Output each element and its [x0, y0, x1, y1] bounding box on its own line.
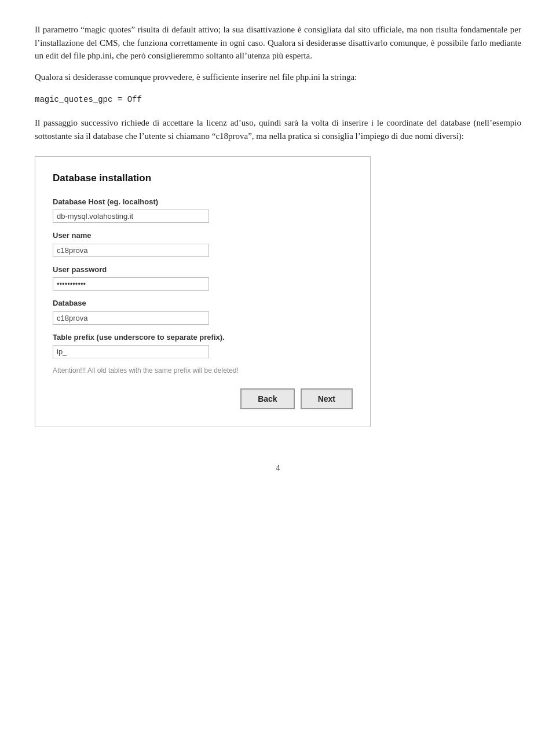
paragraph-2: Qualora si desiderasse comunque provvede… [35, 71, 521, 84]
form-fields: Database Host (eg. localhost)User nameUs… [53, 196, 353, 359]
form-group-db-name-input: Database [53, 298, 353, 325]
label-db-name-input: Database [53, 298, 353, 309]
paragraph-1: Il parametro “magic quotes” risulta di d… [35, 23, 521, 63]
db-username-input[interactable] [53, 244, 209, 257]
page-number: 4 [276, 464, 280, 472]
db-install-title: Database installation [53, 171, 353, 186]
db-name-input[interactable] [53, 311, 209, 325]
label-db-password-input: User password [53, 264, 353, 276]
label-db-username-input: User name [53, 230, 353, 241]
button-row: Back Next [53, 388, 353, 409]
form-group-db-host-input: Database Host (eg. localhost) [53, 196, 353, 223]
db-prefix-input[interactable] [53, 345, 209, 358]
next-button[interactable]: Next [301, 388, 353, 409]
form-group-db-username-input: User name [53, 230, 353, 257]
code-snippet: magic_quotes_gpc = Off [35, 94, 521, 106]
back-button[interactable]: Back [240, 388, 294, 409]
database-installation-box: Database installation Database Host (eg.… [35, 156, 371, 427]
paragraph-3: Il passaggio successivo richiede di acce… [35, 116, 521, 142]
db-password-input[interactable] [53, 277, 209, 291]
label-db-host-input: Database Host (eg. localhost) [53, 196, 353, 208]
page-footer: 4 [35, 462, 521, 474]
attention-text: Attention!!! All old tables with the sam… [53, 365, 353, 376]
form-group-db-prefix-input: Table prefix (use underscore to separate… [53, 332, 353, 359]
label-db-prefix-input: Table prefix (use underscore to separate… [53, 332, 353, 343]
form-group-db-password-input: User password [53, 264, 353, 291]
db-host-input[interactable] [53, 210, 209, 223]
